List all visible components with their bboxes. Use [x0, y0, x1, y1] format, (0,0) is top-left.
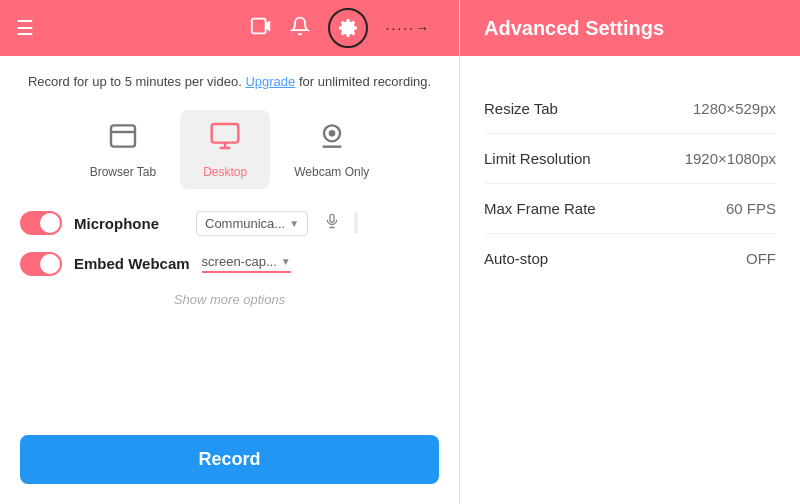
show-more-options[interactable]: Show more options	[20, 292, 439, 307]
svg-rect-0	[251, 18, 265, 33]
settings-gear-icon[interactable]	[328, 8, 368, 48]
video-icon[interactable]	[250, 15, 272, 42]
setting-name-2: Max Frame Rate	[484, 200, 596, 217]
svg-rect-1	[111, 125, 135, 146]
webcam-label: Embed Webcam	[74, 255, 190, 272]
record-button[interactable]: Record	[20, 435, 439, 484]
dropdown-arrow-icon: ▼	[289, 218, 299, 229]
microphone-row: Microphone Communica... ▼	[20, 211, 439, 236]
setting-row: Auto-stop OFF	[484, 234, 776, 283]
right-header: Advanced Settings	[460, 0, 800, 56]
setting-value-0: 1280×529px	[693, 100, 776, 117]
setting-row: Limit Resolution 1920×1080px	[484, 134, 776, 184]
advanced-settings-title: Advanced Settings	[484, 17, 664, 40]
svg-rect-2	[212, 124, 239, 143]
upgrade-link[interactable]: Upgrade	[245, 74, 295, 89]
dots-arrow: ·····→	[386, 20, 431, 36]
svg-rect-5	[330, 214, 334, 222]
setting-value-3: OFF	[746, 250, 776, 267]
microphone-device: Communica...	[205, 216, 285, 231]
microphone-toggle[interactable]	[20, 211, 62, 235]
setting-row: Resize Tab 1280×529px	[484, 84, 776, 134]
webcam-device: screen-cap...	[202, 254, 277, 269]
right-panel: Advanced Settings Resize Tab 1280×529px …	[460, 0, 800, 504]
setting-value-2: 60 FPS	[726, 200, 776, 217]
left-content: Record for up to 5 minutes per video. Up…	[0, 56, 459, 435]
webcam-row: Embed Webcam screen-cap... ▼	[20, 252, 439, 276]
left-header: ☰	[0, 0, 459, 56]
record-info: Record for up to 5 minutes per video. Up…	[20, 72, 439, 92]
webcam-dropdown[interactable]: screen-cap... ▼	[202, 254, 291, 273]
mode-browser-tab[interactable]: Browser Tab	[74, 110, 172, 189]
browser-tab-icon	[107, 120, 139, 159]
setting-name-0: Resize Tab	[484, 100, 558, 117]
setting-name-3: Auto-stop	[484, 250, 548, 267]
setting-value-1: 1920×1080px	[685, 150, 776, 167]
webcam-only-label: Webcam Only	[294, 165, 369, 179]
mode-desktop[interactable]: Desktop	[180, 110, 270, 189]
svg-point-4	[328, 130, 335, 137]
microphone-label: Microphone	[74, 215, 184, 232]
desktop-label: Desktop	[203, 165, 247, 179]
header-icons: ·····→	[250, 8, 431, 48]
mode-webcam-only[interactable]: Webcam Only	[278, 110, 385, 189]
webcam-dropdown-arrow-icon: ▼	[281, 256, 291, 267]
microphone-dropdown[interactable]: Communica... ▼	[196, 211, 308, 236]
webcam-icon	[316, 120, 348, 159]
volume-bar	[354, 212, 358, 234]
mode-selector: Browser Tab Desktop	[20, 110, 439, 189]
webcam-toggle[interactable]	[20, 252, 62, 276]
desktop-icon	[209, 120, 241, 159]
setting-row: Max Frame Rate 60 FPS	[484, 184, 776, 234]
microphone-icon	[324, 211, 340, 236]
settings-list: Resize Tab 1280×529px Limit Resolution 1…	[484, 84, 776, 283]
browser-tab-label: Browser Tab	[90, 165, 156, 179]
left-panel: ☰	[0, 0, 460, 504]
setting-name-1: Limit Resolution	[484, 150, 591, 167]
hamburger-icon[interactable]: ☰	[16, 16, 34, 40]
bell-icon[interactable]	[290, 15, 310, 42]
